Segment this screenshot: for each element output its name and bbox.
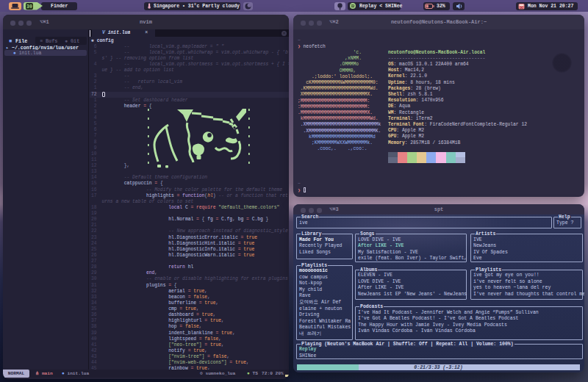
svg-text:30: 30	[26, 4, 32, 10]
